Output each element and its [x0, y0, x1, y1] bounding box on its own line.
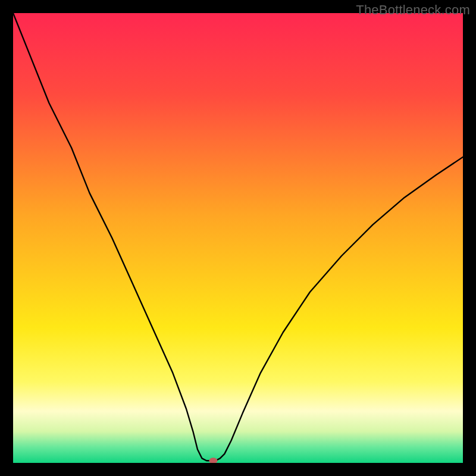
chart-background: [13, 13, 463, 463]
watermark-text: TheBottleneck.com: [356, 2, 470, 18]
chart-svg: [13, 13, 463, 463]
chart-frame: TheBottleneck.com: [0, 0, 476, 476]
plot-area: [13, 13, 463, 463]
